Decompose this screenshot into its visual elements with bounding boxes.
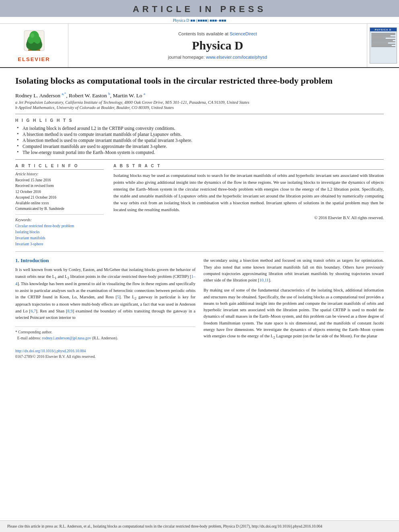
received-2b: 12 October 2016: [15, 189, 104, 195]
email-suffix: (R.L. Anderson).: [92, 336, 118, 340]
accepted: Accepted 21 October 2016: [15, 195, 104, 200]
elsevier-logo-icon: [20, 29, 48, 55]
banner-text: ARTICLE IN PRESS: [133, 4, 266, 14]
received-1: Received 15 June 2016: [15, 177, 104, 183]
email-label: E-mail address:: [17, 336, 41, 340]
highlight-item-2: A bisection method is used to compute in…: [15, 131, 384, 137]
article-abstract-section: A R T I C L E I N F O Article history: R…: [15, 164, 384, 247]
keyword-3: Invariant manifolds: [15, 235, 104, 241]
article-in-press-banner: ARTICLE IN PRESS: [0, 0, 399, 17]
affiliation-a: a Jet Propulsion Laboratory, California …: [15, 100, 384, 105]
article-info-header: A R T I C L E I N F O: [15, 164, 104, 170]
keyword-2: Isolating blocks: [15, 229, 104, 235]
cover-line-3: [371, 35, 391, 36]
journal-header: ELSEVIER Contents lists available at Sci…: [0, 24, 399, 68]
footnote-email: E-mail address: rodney.l.anderson@jpl.na…: [15, 335, 195, 341]
abstract-col: A B S T R A C T Isolating blocks may be …: [113, 164, 384, 247]
highlights-section: H I G H L I G H T S An isolating block i…: [15, 118, 384, 155]
author-sup-a1: a,*: [62, 92, 66, 96]
author-sup-b: b: [108, 92, 110, 96]
keyword-4: Invariant 3-sphere: [15, 241, 104, 247]
article-history-block: Article history: Received 15 June 2016 R…: [15, 172, 104, 215]
homepage-link[interactable]: www.elsevier.com/locate/physd: [206, 55, 267, 60]
section1-right-text-2: By making use of some of the fundamental…: [204, 287, 384, 341]
cover-line-5: [371, 38, 386, 39]
keyword-1: Circular restricted three-body problem: [15, 223, 104, 229]
journal-info-center: Contents lists available at ScienceDirec…: [68, 24, 367, 67]
cover-line-2: [371, 34, 395, 35]
divider-after-affiliations: [15, 114, 384, 114]
sciencedirect-link[interactable]: ScienceDirect: [230, 31, 257, 36]
cover-line-10: [371, 44, 395, 45]
cover-line-9: [371, 43, 388, 43]
authors-line: Rodney L. Anderson a,*, Robert W. Easton…: [15, 92, 384, 99]
body-two-col: 1. Introduction It is well known from wo…: [15, 257, 384, 359]
footnote-corresponding: * Corresponding author.: [15, 329, 195, 335]
affiliation-b: b Applied Mathematics, University of Col…: [15, 105, 384, 110]
highlight-item-3: A bisection method is used to compute in…: [15, 137, 384, 143]
cover-line-4: [371, 37, 395, 37]
available: Available online xxxx: [15, 200, 104, 206]
elsevier-logo-box: ELSEVIER: [0, 24, 68, 67]
contents-line: Contents lists available at ScienceDirec…: [178, 31, 257, 36]
doi-link[interactable]: http://dx.doi.org/10.1016/j.physd.2016.1…: [15, 349, 86, 353]
author-sup-a2: a: [144, 92, 145, 96]
footnote-blank: [15, 341, 195, 347]
cover-line-8: [371, 41, 395, 42]
cover-label: PHYSICA D: [370, 28, 397, 31]
highlight-item-4: Computed invariant manifolds are used to…: [15, 143, 384, 149]
section1-left-text: It is well known from work by Conley, Ea…: [15, 267, 195, 321]
section1-title: 1. Introduction: [15, 257, 195, 264]
footnote-issn: 0167-2789/© 2016 Elsevier B.V. All right…: [15, 354, 195, 359]
page: ARTICLE IN PRESS Physica D ■■ (■■■■) ■■■…: [0, 0, 399, 532]
keywords-label: Keywords:: [15, 218, 104, 222]
cover-line-1: [371, 33, 395, 34]
corresponding-label: * Corresponding author.: [15, 330, 52, 334]
main-content: Isolating blocks as computational tools …: [0, 68, 399, 520]
journal-id-text: Physica D ■■ (■■■■) ■■■–■■■: [173, 18, 226, 23]
svg-point-9: [30, 33, 34, 38]
keywords-block: Keywords: Circular restricted three-body…: [15, 218, 104, 248]
body-col-right: the secondary using a bisection method a…: [204, 257, 384, 359]
page-footer: Please cite this article in press as: R.…: [0, 520, 399, 532]
divider-after-highlights: [15, 159, 384, 160]
communicated: Communicated by B. Sandstede: [15, 206, 104, 212]
journal-id-line: Physica D ■■ (■■■■) ■■■–■■■: [0, 17, 399, 24]
abstract-text: Isolating blocks may be used as computat…: [113, 172, 384, 213]
email-link[interactable]: rodney.l.anderson@jpl.nasa.gov: [42, 336, 91, 340]
homepage-text: journal homepage:: [168, 55, 205, 60]
cover-decoration: [370, 31, 397, 47]
highlight-item-5: The low-energy transit portal into the E…: [15, 149, 384, 155]
journal-homepage-line: journal homepage: www.elsevier.com/locat…: [168, 55, 267, 60]
cover-line-7: [371, 40, 393, 41]
abstract-header: A B S T R A C T: [113, 164, 384, 170]
article-info-col: A R T I C L E I N F O Article history: R…: [15, 164, 104, 247]
journal-cover-image: PHYSICA D: [370, 27, 397, 64]
history-label: Article history:: [15, 172, 104, 176]
cover-line-6: [371, 39, 395, 40]
highlights-list: An isolating block is defined around L2 …: [15, 125, 384, 155]
footer-cite-text: Please cite this article in press as: R.…: [7, 524, 322, 528]
section1-right-text-1: the secondary using a bisection method a…: [204, 257, 384, 283]
cover-line-12: [371, 46, 395, 47]
divider-after-abstract: [15, 251, 384, 252]
body-col-left: 1. Introduction It is well known from wo…: [15, 257, 195, 359]
journal-cover-box: PHYSICA D: [367, 24, 399, 67]
contents-text: Contents lists available at: [178, 31, 228, 36]
svg-point-8: [34, 36, 41, 44]
abstract-copyright: © 2016 Elsevier B.V. All rights reserved…: [113, 216, 384, 220]
paper-title: Isolating blocks as computational tools …: [15, 75, 384, 87]
journal-title: Physica D: [192, 39, 243, 52]
highlights-label: H I G H L I G H T S: [15, 118, 384, 123]
cover-line-11: [371, 45, 392, 46]
footnote-area: * Corresponding author. E-mail address: …: [15, 327, 195, 359]
elsevier-label: ELSEVIER: [18, 56, 50, 62]
received-2: Received in revised form: [15, 183, 104, 189]
highlight-item-1: An isolating block is defined around L2 …: [15, 125, 384, 131]
